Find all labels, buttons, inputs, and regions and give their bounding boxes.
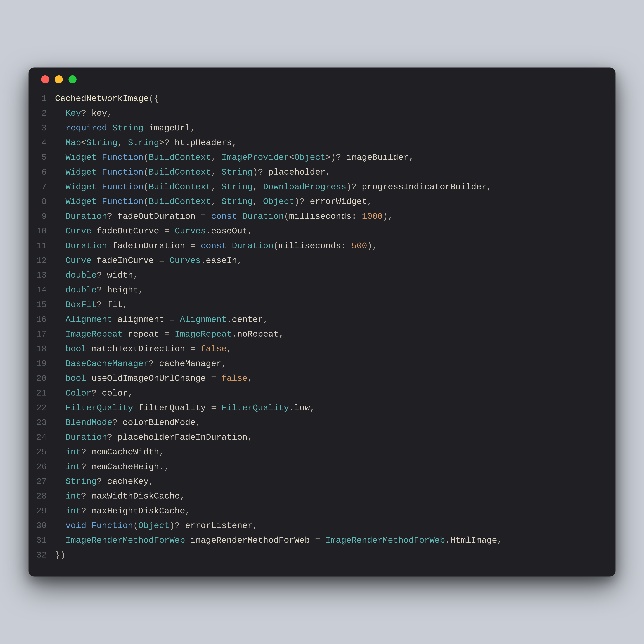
- code-token: ,: [107, 108, 112, 118]
- code-token: [55, 226, 65, 236]
- code-token: :: [341, 241, 351, 251]
- code-token: maxWidthDiskCache: [91, 491, 180, 501]
- code-line: 20 bool useOldImageOnUrlChange = false,: [34, 371, 603, 386]
- code-token: [55, 373, 65, 383]
- code-token: Duration: [242, 211, 284, 221]
- line-content: Map<String, String>? httpHeaders,: [55, 135, 603, 150]
- code-token: low: [294, 403, 310, 413]
- code-line: 10 Curve fadeOutCurve = Curves.easeOut,: [34, 224, 603, 238]
- code-token: ImageProvider: [222, 152, 289, 162]
- line-number: 23: [34, 415, 55, 430]
- code-token: (: [144, 167, 149, 177]
- code-token: (: [144, 197, 149, 207]
- line-number: 22: [34, 401, 55, 415]
- code-token: Duration: [65, 211, 107, 221]
- code-token: imageBuilder: [346, 152, 409, 162]
- code-token: ,: [196, 418, 201, 428]
- code-token: placeholder: [268, 167, 325, 177]
- code-token: [55, 462, 65, 472]
- code-token: ,: [232, 138, 237, 148]
- code-token: [107, 123, 112, 133]
- code-token: [91, 256, 97, 266]
- line-content: Curve fadeInCurve = Curves.easeIn,: [55, 253, 603, 268]
- code-token: ,: [248, 226, 253, 236]
- code-token: ,: [149, 477, 154, 486]
- code-line: 29 int? maxHeightDiskCache,: [34, 504, 603, 518]
- code-token: noRepeat: [237, 329, 279, 339]
- code-token: String: [86, 138, 117, 148]
- code-line: 21 Color? color,: [34, 386, 603, 401]
- code-token: fadeInDuration: [112, 241, 185, 251]
- code-token: [97, 152, 102, 162]
- code-token: Curves: [170, 256, 201, 266]
- code-line: 2 Key? key,: [34, 106, 603, 121]
- code-token: ,: [263, 315, 268, 325]
- code-token: [55, 152, 65, 162]
- code-block[interactable]: 1CachedNetworkImage({2 Key? key,3 requir…: [29, 91, 615, 568]
- code-token: cacheManager: [159, 359, 221, 369]
- code-token: BuildContext: [149, 167, 211, 177]
- code-line: 24 Duration? placeholderFadeInDuration,: [34, 430, 603, 445]
- code-token: =: [159, 329, 175, 339]
- code-token: FilterQuality: [65, 403, 133, 413]
- code-token: .: [201, 256, 206, 266]
- code-token: ,: [159, 447, 164, 457]
- line-content: Key? key,: [55, 106, 603, 121]
- code-token: ,: [222, 359, 227, 369]
- line-number: 27: [34, 474, 55, 489]
- code-line: 26 int? memCacheHeight,: [34, 460, 603, 474]
- code-line: 12 Curve fadeInCurve = Curves.easeIn,: [34, 253, 603, 268]
- code-token: ,: [248, 373, 253, 383]
- code-token: ,: [253, 197, 263, 207]
- code-token: BaseCacheManager: [65, 359, 149, 369]
- line-content: Curve fadeOutCurve = Curves.easeOut,: [55, 224, 603, 238]
- code-line: 13 double? width,: [34, 268, 603, 283]
- code-token: [133, 403, 138, 413]
- code-line: 23 BlendMode? colorBlendMode,: [34, 415, 603, 430]
- line-number: 1: [34, 91, 55, 106]
- code-token: ,: [227, 344, 232, 354]
- code-token: Alignment: [65, 315, 112, 325]
- code-token: =: [196, 211, 211, 221]
- line-content: ImageRepeat repeat = ImageRepeat.noRepea…: [55, 327, 603, 342]
- minimize-icon[interactable]: [55, 75, 63, 83]
- code-token: colorBlendMode: [123, 418, 196, 428]
- line-number: 9: [34, 209, 55, 224]
- code-token: color: [102, 388, 128, 398]
- code-line: 5 Widget Function(BuildContext, ImagePro…: [34, 150, 603, 165]
- code-token: [123, 329, 128, 339]
- code-token: String: [112, 123, 143, 133]
- code-token: )?: [253, 167, 268, 177]
- code-token: [55, 300, 65, 310]
- code-token: Widget: [65, 182, 97, 192]
- code-token: ,: [487, 182, 492, 192]
- code-line: 15 BoxFit? fit,: [34, 297, 603, 312]
- code-token: required: [65, 123, 107, 133]
- code-token: ,: [123, 300, 128, 310]
- code-line: 4 Map<String, String>? httpHeaders,: [34, 135, 603, 150]
- code-token: ,: [211, 167, 221, 177]
- line-number: 16: [34, 312, 55, 327]
- code-token: [55, 403, 65, 413]
- code-line: 8 Widget Function(BuildContext, String, …: [34, 194, 603, 209]
- line-content: Color? color,: [55, 386, 603, 401]
- code-token: BoxFit: [65, 300, 97, 310]
- code-token: :: [351, 211, 362, 221]
- zoom-icon[interactable]: [68, 75, 77, 83]
- line-content: double? height,: [55, 283, 603, 297]
- line-content: int? maxHeightDiskCache,: [55, 504, 603, 518]
- code-token: ,: [211, 182, 221, 192]
- line-content: String? cacheKey,: [55, 474, 603, 489]
- close-icon[interactable]: [41, 75, 49, 83]
- code-token: Function: [102, 182, 144, 192]
- line-content: FilterQuality filterQuality = FilterQual…: [55, 401, 603, 415]
- code-token: easeIn: [206, 256, 237, 266]
- code-line: 28 int? maxWidthDiskCache,: [34, 489, 603, 504]
- code-token: center: [232, 315, 263, 325]
- line-content: Alignment alignment = Alignment.center,: [55, 312, 603, 327]
- code-token: ,: [237, 256, 242, 266]
- code-token: ?: [97, 300, 107, 310]
- line-content: Duration? placeholderFadeInDuration,: [55, 430, 603, 445]
- code-token: [55, 477, 65, 486]
- code-token: Function: [91, 521, 133, 531]
